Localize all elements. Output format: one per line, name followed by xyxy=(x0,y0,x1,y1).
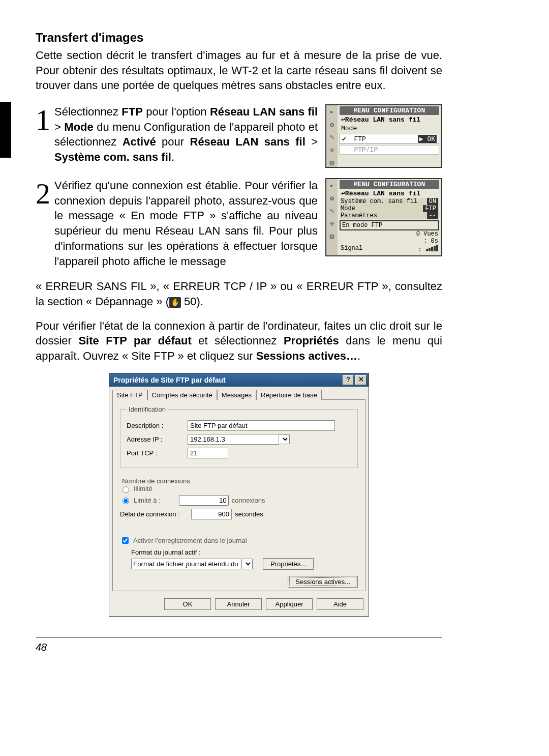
step-2-number: 2 xyxy=(36,182,50,206)
lcd2-row-params-val: -- xyxy=(427,212,438,219)
lcd-icon-play: ▸ xyxy=(330,107,334,116)
lcd-icon-pencil: ✎ xyxy=(330,207,334,215)
lcd2-status-box: En mode FTP xyxy=(340,220,439,230)
lcd2-row-mode-val: FTP xyxy=(423,205,438,212)
lcd-icon-wrench: ⚒ xyxy=(330,219,334,228)
cancel-button[interactable]: Annuler xyxy=(215,598,262,610)
port-label: Port TCP : xyxy=(127,449,188,457)
lcd1-option-ftp: ✔ FTP ▶ OK xyxy=(340,134,439,144)
lcd-icon-camera: ✿ xyxy=(330,194,334,202)
page-number: 48 xyxy=(36,637,442,653)
enable-logging-checkbox[interactable] xyxy=(122,537,129,544)
intro-paragraph: Cette section décrit le transfert d'imag… xyxy=(36,48,442,93)
identification-fieldset: Identification Description : Adresse IP … xyxy=(120,409,358,468)
help-icon[interactable]: ? xyxy=(343,375,354,385)
unlimited-label: Illimité xyxy=(134,485,152,492)
lcd1-option-ptpip: PTP/IP xyxy=(340,145,439,155)
close-icon[interactable]: ✕ xyxy=(355,375,367,385)
timeout-unit: secondes xyxy=(235,510,263,518)
section-title: Transfert d'images xyxy=(36,31,442,45)
lcd2-row-system-val: ON xyxy=(427,198,438,205)
dialog-title: Propriétés de Site FTP par défaut xyxy=(113,376,226,384)
ip-label: Adresse IP : xyxy=(127,435,188,443)
tab-site-ftp[interactable]: Site FTP xyxy=(112,390,147,400)
lcd2-time: 0s xyxy=(431,238,438,245)
camera-lcd-1: ▸ ✿ ✎ ⚒ ▥ MENU CONFIGURATION ↩Réseau LAN… xyxy=(325,104,442,168)
ftp-properties-dialog: Propriétés de Site FTP par défaut ? ✕ Si… xyxy=(109,373,369,617)
lcd1-mode-label: Mode xyxy=(340,124,439,133)
lcd-icon-card: ▥ xyxy=(330,158,334,167)
step-2-continuation: « ERREUR SANS FIL », « ERREUR TCP / IP »… xyxy=(36,279,442,309)
tab-security-accounts[interactable]: Comptes de sécurité xyxy=(147,390,217,400)
enable-logging-label: Activer l'enregistrement dans le journal xyxy=(133,537,247,544)
lcd2-title: MENU CONFIGURATION xyxy=(340,180,439,189)
camera-lcd-2: ▸ ✿ ✎ ⚒ ▥ MENU CONFIGURATION ↩Réseau LAN… xyxy=(325,178,442,256)
limited-label: Limité à : xyxy=(134,497,161,504)
timeout-field[interactable] xyxy=(191,509,232,519)
page-edge-tab xyxy=(0,102,11,158)
lcd2-subtitle: ↩Réseau LAN sans fil xyxy=(340,189,439,198)
lcd1-subtitle: ↩Réseau LAN sans fil xyxy=(340,115,439,124)
ok-button[interactable]: OK xyxy=(164,598,211,610)
identification-legend: Identification xyxy=(127,405,168,413)
limit-field[interactable] xyxy=(179,495,229,506)
step-1-text: Sélectionnez FTP pour l'option Réseau LA… xyxy=(54,104,318,165)
ip-field[interactable] xyxy=(188,434,279,445)
lcd-icon-card: ▥ xyxy=(330,232,334,241)
lcd-icon-pencil: ✎ xyxy=(330,133,334,141)
lcd-icon-play: ▸ xyxy=(330,181,334,190)
tab-messages[interactable]: Messages xyxy=(217,390,256,400)
log-properties-button[interactable]: Propriétés... xyxy=(263,558,314,570)
description-field[interactable] xyxy=(188,420,335,431)
step-2-text: Vérifiez qu'une connexion est établie. P… xyxy=(54,178,318,269)
page-ref-icon: ✋ xyxy=(169,297,181,308)
active-sessions-button[interactable]: Sessions actives... xyxy=(288,576,358,588)
unlimited-radio[interactable] xyxy=(123,486,129,493)
lcd-icon-camera: ✿ xyxy=(330,120,334,129)
apply-button[interactable]: Appliquer xyxy=(266,598,313,610)
step-2: 2 Vérifiez qu'une connexion est établie.… xyxy=(36,178,442,269)
description-label: Description : xyxy=(127,422,188,429)
limit-unit: connexions xyxy=(232,497,265,504)
dialog-titlebar: Propriétés de Site FTP par défaut ? ✕ xyxy=(109,373,369,387)
step-1: 1 Sélectionnez FTP pour l'option Réseau … xyxy=(36,104,442,168)
lcd2-row-params: Paramètres xyxy=(341,212,377,219)
log-format-label: Format du journal actif : xyxy=(131,548,358,556)
help-button[interactable]: Aide xyxy=(317,598,363,610)
port-field[interactable] xyxy=(188,448,228,458)
lcd2-signal-label: Signal xyxy=(341,245,362,253)
lcd2-row-mode: Mode xyxy=(341,205,355,212)
lcd2-row-system: Système com. sans fil xyxy=(341,198,417,205)
step-1-number: 1 xyxy=(36,108,50,132)
connections-fieldset: Nombre de connexions Illimité Limité à :… xyxy=(120,475,358,529)
log-format-field[interactable] xyxy=(131,559,242,569)
dialog-tabs: Site FTP Comptes de sécurité Messages Ré… xyxy=(112,390,365,400)
limited-radio[interactable] xyxy=(123,498,129,504)
connections-legend: Nombre de connexions xyxy=(120,477,192,485)
tab-home-directory[interactable]: Répertoire de base xyxy=(256,390,322,400)
lcd1-title: MENU CONFIGURATION xyxy=(340,106,439,115)
signal-bars-icon xyxy=(425,245,438,253)
lcd-icon-wrench: ⚒ xyxy=(330,146,334,154)
paragraph-verify-computer: Pour vérifier l'état de la connexion à p… xyxy=(36,318,442,364)
lcd2-views: 0 Vues xyxy=(416,230,438,238)
ip-dropdown[interactable] xyxy=(279,434,290,444)
timeout-label: Délai de connexion : xyxy=(120,510,191,518)
log-format-dropdown[interactable] xyxy=(241,559,253,569)
